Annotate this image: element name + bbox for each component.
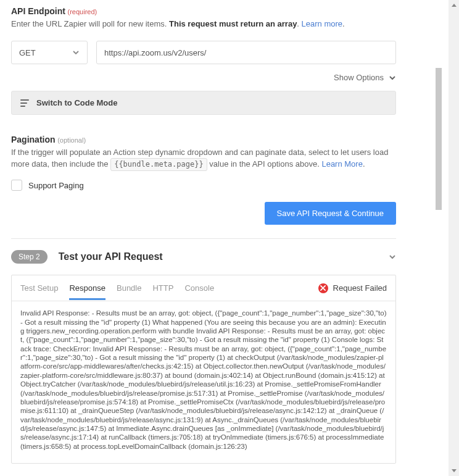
http-method-select[interactable]: GET (11, 41, 88, 64)
tab-test-setup[interactable]: Test Setup (20, 276, 58, 300)
error-icon (318, 283, 328, 293)
learn-more-link[interactable]: Learn More (321, 159, 362, 169)
pagination-title: Pagination (11, 135, 56, 144)
tab-response[interactable]: Response (69, 276, 105, 300)
help-suffix: . (297, 19, 301, 28)
divider (11, 238, 396, 239)
tab-http[interactable]: HTTP (152, 276, 173, 300)
status-label: Request Failed (333, 283, 387, 293)
pagination-help-suffix: value in the API options above. (207, 159, 322, 169)
url-input[interactable] (96, 41, 396, 64)
tab-bar: Test Setup Response Bundle HTTP Console … (12, 275, 395, 301)
http-method-value: GET (19, 48, 36, 57)
show-options-label: Show Options (334, 73, 384, 82)
support-paging-checkbox[interactable] (11, 180, 22, 191)
inner-scrollbar-thumb[interactable] (436, 68, 442, 210)
error-body: Invalid API Response: - Results must be … (12, 301, 395, 463)
show-options-toggle[interactable]: Show Options (11, 73, 396, 82)
chevron-down-icon (389, 74, 396, 81)
scroll-up-button[interactable] (449, 0, 459, 10)
triangle-down-icon (452, 469, 457, 472)
api-endpoint-title: API Endpoint (11, 6, 65, 16)
tab-bundle[interactable]: Bundle (117, 276, 141, 300)
step-title: Test your API Request (59, 251, 163, 262)
api-endpoint-help: Enter the URL Zapier will poll for new i… (11, 19, 396, 30)
code-mode-label: Switch to Code Mode (36, 98, 117, 107)
optional-tag: (optional) (57, 136, 86, 144)
required-tag: (required) (68, 8, 97, 15)
chevron-down-icon (389, 253, 396, 261)
help-prefix: Enter the URL Zapier will poll for new i… (11, 19, 169, 28)
save-button[interactable]: Save API Request & Continue (265, 202, 396, 225)
pagination-section: Pagination (optional) If the trigger wil… (11, 135, 396, 225)
learn-more-link[interactable]: Learn more (302, 19, 342, 28)
pagination-help: If the trigger will populate an Action s… (11, 147, 396, 171)
support-paging-label: Support Paging (28, 181, 84, 190)
list-icon (20, 99, 29, 107)
api-endpoint-section: API Endpoint (required) Enter the URL Za… (11, 6, 396, 115)
outer-scrollbar-track[interactable] (449, 0, 459, 476)
request-status: Request Failed (318, 283, 387, 293)
step-2-header[interactable]: Step 2 Test your API Request (11, 250, 396, 264)
code-chip: {{bundle.meta.page}} (110, 158, 207, 171)
triangle-up-icon (452, 4, 457, 7)
switch-code-mode-button[interactable]: Switch to Code Mode (11, 91, 396, 115)
step-badge: Step 2 (11, 250, 48, 264)
help-bold: This request must return an array (169, 19, 297, 28)
chevron-down-icon (72, 49, 80, 56)
scroll-down-button[interactable] (449, 466, 459, 476)
tab-console[interactable]: Console (184, 276, 214, 300)
test-panel: Test Setup Response Bundle HTTP Console … (11, 275, 396, 464)
